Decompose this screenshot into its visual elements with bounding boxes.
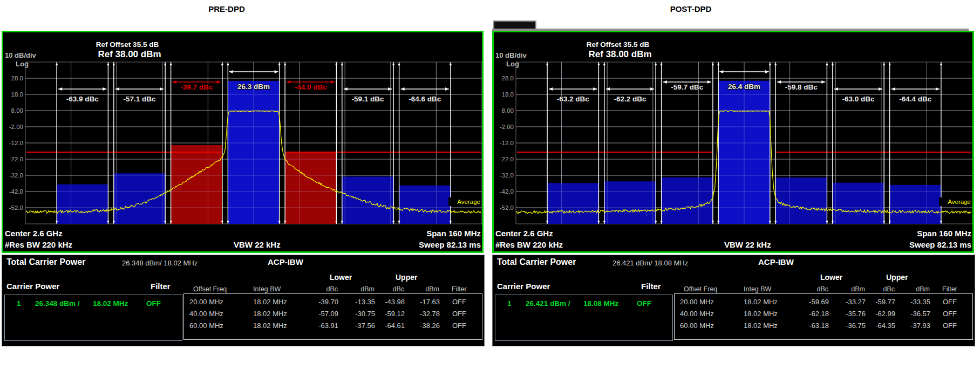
offset-row-cell: 20.00 MHz — [189, 298, 223, 306]
gate-dot-top — [221, 64, 223, 65]
offset-row-cell: OFF — [452, 322, 466, 330]
carrier-row-power: 26.348 dBm / — [35, 299, 80, 308]
offset-col-header: Integ BW — [253, 285, 281, 293]
total-carrier-power-label: Total Carrier Power — [497, 257, 576, 267]
acp-ibw-label: ACP-IBW — [758, 257, 794, 266]
gate-dot-bottom — [56, 221, 58, 222]
sweep-label: Sweep 82.13 ms — [419, 240, 481, 249]
gate-dot-top — [889, 64, 890, 65]
gate-dot-top — [655, 64, 657, 65]
offset-row-cell: -59.69 — [807, 298, 829, 306]
carrier-row-filter: OFF — [637, 299, 651, 308]
offset-row-cell: -39.70 — [317, 298, 338, 306]
gate-dot-bottom — [826, 221, 828, 222]
pre-dpd-title: PRE-DPD — [146, 4, 308, 13]
offset-row-cell: -59.12 — [383, 310, 405, 318]
gate-dot-bottom — [603, 221, 605, 222]
offset-row-cell: -62.18 — [807, 310, 829, 318]
y-axis-tick: -42.0 — [500, 188, 514, 195]
offset-dbc-label: -63.2 dBc — [557, 95, 590, 103]
gate-dot-bottom — [712, 221, 713, 222]
ref-level-label: Ref 38.00 dBm — [588, 49, 651, 59]
offset-row-cell: OFF — [943, 310, 957, 318]
offsets-results-box: 20.00 MHz18.02 MHz-59.69-33.27-59.77-33.… — [674, 293, 973, 340]
offset-col-header: dBm — [418, 285, 439, 293]
offset-row-cell: 40.00 MHz — [189, 310, 223, 318]
vbw-label: VBW 22 kHz — [724, 240, 771, 249]
offset-row-cell: -63.18 — [807, 322, 829, 330]
gate-dot-bottom — [450, 221, 451, 222]
carrier-row-bw: 18.02 MHz — [93, 299, 128, 308]
gate-dot-top — [398, 64, 400, 65]
offset-row-cell: -17.63 — [418, 298, 440, 306]
pre-dpd-panel: 10 dB/divLogRef Offset 35.5 dBRef 38.00 … — [2, 31, 485, 354]
gate-dot-bottom — [598, 221, 600, 222]
offset-row-cell: 20.00 MHz — [680, 298, 714, 306]
gate-dot-bottom — [883, 221, 885, 222]
gate-dot-bottom — [398, 221, 400, 222]
average-detector-label: Average — [948, 199, 971, 205]
spectrum-display: 10 dB/divLogRef Offset 35.5 dBRef 38.00 … — [2, 31, 484, 253]
lower-group-header: Lower — [820, 273, 842, 282]
upper-group-header: Upper — [396, 273, 417, 282]
offset-dbc-label: -59.1 dBc — [351, 95, 384, 103]
offset-bar — [399, 186, 451, 224]
gate-dot-top — [170, 64, 172, 65]
gate-dot-top — [113, 64, 114, 65]
y-axis-tick: -2.00 — [9, 124, 23, 130]
carrier-row-filter: OFF — [146, 299, 161, 308]
carrier-power-label: 26.4 dBm — [728, 83, 760, 91]
acp-results-table: Total Carrier Power26.348 dBm/ 18.02 MHz… — [2, 255, 485, 346]
res-bw-label: #Res BW 220 kHz — [495, 240, 563, 249]
offset-col-header: Integ BW — [744, 285, 771, 293]
gate-dot-top — [393, 64, 394, 65]
offset-dbc-label: -62.2 dBc — [614, 95, 646, 103]
offset-bar — [775, 177, 827, 224]
span-label: Span 160 MHz — [917, 229, 971, 238]
offset-row-cell: -13.35 — [353, 298, 375, 306]
gate-dot-bottom — [940, 221, 942, 222]
offset-row-cell: 18.02 MHz — [253, 322, 287, 330]
gate-dot-top — [227, 64, 229, 65]
gate-dot-bottom — [227, 221, 229, 222]
offset-bar-alarm — [285, 152, 336, 224]
y-axis-tick: -12.0 — [500, 140, 514, 146]
offset-row-cell: -35.76 — [844, 310, 866, 318]
gate-dot-bottom — [775, 221, 777, 222]
offset-row-cell: 18.02 MHz — [744, 322, 778, 330]
offset-row-cell: 40.00 MHz — [680, 310, 714, 318]
gate-dot-bottom — [221, 221, 223, 222]
offset-bar — [833, 183, 884, 224]
offset-row-cell: -30.75 — [353, 310, 375, 318]
gate-dot-top — [450, 64, 451, 65]
offset-row-cell: -43.98 — [383, 298, 405, 306]
sweep-label: Sweep 82.13 ms — [909, 240, 971, 249]
center-freq-label: Center 2.6 GHz — [495, 229, 553, 238]
offset-bar — [342, 176, 393, 224]
offset-row-cell: 60.00 MHz — [189, 322, 223, 330]
page-root: PRE-DPD POST-DPD 10 dB/divLogRef Offset … — [0, 0, 980, 369]
carrier-filter-header: Filter — [641, 282, 661, 291]
offset-row-cell: 60.00 MHz — [680, 322, 714, 330]
gate-dot-top — [775, 64, 777, 65]
offset-col-header: Filter — [942, 285, 957, 293]
span-label: Span 160 MHz — [426, 229, 481, 238]
y-axis-tick: -42.0 — [9, 188, 23, 195]
offset-row-cell: OFF — [452, 310, 466, 318]
gate-dot-top — [661, 64, 662, 65]
y-axis-tick: -2.00 — [500, 124, 514, 130]
spectrum-display: 10 dB/divLogRef Offset 35.5 dBRef 38.00 … — [492, 31, 974, 253]
gate-dot-bottom — [393, 221, 394, 222]
gate-dot-bottom — [718, 221, 719, 222]
offset-row-cell: 18.02 MHz — [744, 310, 778, 318]
carrier-row-index: 1 — [507, 299, 512, 308]
total-carrier-power-label: Total Carrier Power — [6, 257, 85, 267]
offset-col-header: dBm — [353, 285, 375, 293]
gate-dot-top — [598, 64, 600, 65]
offset-row-cell: 18.02 MHz — [253, 298, 287, 306]
gate-dot-bottom — [547, 221, 548, 222]
gate-dot-top — [107, 64, 109, 65]
total-carrier-power-value: 26.348 dBm/ 18.02 MHz — [122, 259, 198, 267]
y-axis-tick: 8.00 — [11, 107, 23, 114]
offset-row-cell: -64.61 — [383, 322, 405, 330]
